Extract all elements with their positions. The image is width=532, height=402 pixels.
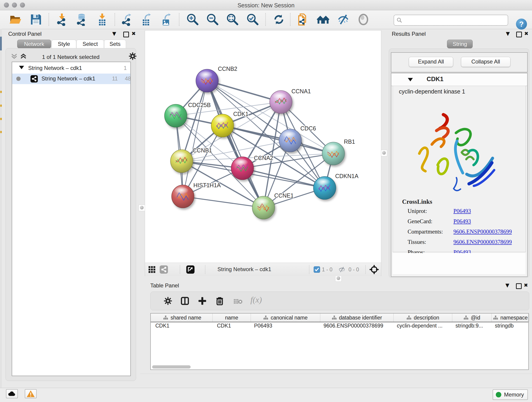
table-cell[interactable]: 9606.ENSP00000378699 <box>323 323 392 331</box>
birdseye-view-icon[interactable] <box>148 266 156 273</box>
network-node-CCNB1[interactable] <box>171 150 193 172</box>
detach-view-icon[interactable] <box>186 265 195 274</box>
delete-column-trash-icon[interactable] <box>215 296 224 306</box>
hidden-eye-icon[interactable] <box>338 266 346 274</box>
open-session-icon[interactable] <box>9 13 22 26</box>
zoom-selected-icon[interactable] <box>246 13 259 26</box>
table-cell[interactable]: P06493 <box>254 323 319 331</box>
selected-checkbox-icon[interactable] <box>314 266 320 273</box>
node-label: CDK1 <box>233 111 249 117</box>
network-node-CCNA1[interactable] <box>270 90 292 114</box>
table-cell[interactable]: stringdb <box>495 323 528 331</box>
network-node-RB1[interactable] <box>322 142 345 165</box>
zoom-out-icon[interactable] <box>206 13 219 26</box>
network-from-selection-icon[interactable] <box>297 13 309 26</box>
table-settings-gear-icon[interactable] <box>163 296 172 306</box>
network-node-CCNB2[interactable] <box>196 69 218 92</box>
crosslink-value[interactable]: 9606.ENSP00000378699 <box>453 239 512 245</box>
hide-icon[interactable] <box>337 13 350 26</box>
close-panel-icon[interactable]: ✖ <box>132 31 136 36</box>
tab-network[interactable]: Network <box>17 40 51 48</box>
warning-button[interactable] <box>25 389 37 398</box>
column-header-namespace[interactable]: namespace <box>492 313 529 322</box>
expand-all-button[interactable]: Expand All <box>409 57 453 67</box>
export-network-icon[interactable] <box>120 13 133 26</box>
search-input[interactable] <box>394 15 508 26</box>
help-icon[interactable]: ? <box>516 19 527 30</box>
table-panel: Table Panel ▼ ✖ f(x) shared namenamecano… <box>140 279 532 388</box>
crosslink-label: Uniprot: <box>408 208 453 214</box>
network-node-CDKN1A[interactable] <box>313 177 336 199</box>
home-icon[interactable] <box>317 13 329 26</box>
table-cell[interactable]: CDK1 <box>155 323 211 331</box>
tab-style[interactable]: Style <box>51 40 76 48</box>
column-header-database-identifier[interactable]: database identifier <box>320 313 394 322</box>
crosslink-value[interactable]: 9606.ENSP00000378699 <box>453 229 512 235</box>
column-header-@id[interactable]: @id <box>452 313 492 322</box>
zoom-fit-icon[interactable] <box>226 13 239 26</box>
section-expanded-icon[interactable] <box>408 78 413 81</box>
network-node-CDC25B[interactable] <box>165 104 187 127</box>
network-node-CDK1[interactable] <box>211 114 234 137</box>
network-edge[interactable] <box>183 81 207 196</box>
apply-layout-icon[interactable] <box>272 13 285 26</box>
gene-section-footer <box>393 253 525 274</box>
close-panel-icon[interactable]: ✖ <box>524 282 528 288</box>
network-view-toolbar: String Network – cdk1 1 - 0 0 - 0 <box>145 263 381 276</box>
save-session-icon[interactable] <box>30 13 42 26</box>
function-builder-icon: f(x) <box>250 295 262 305</box>
network-node-CCNE1[interactable] <box>252 196 275 219</box>
network-edge[interactable] <box>183 196 264 208</box>
network-row-selected[interactable]: String Network – cdk1 11 48 <box>12 74 130 84</box>
network-canvas[interactable]: CCNB2CCNA1CDC25BCDK1CDC6RB1CCNB1CCNA2CDK… <box>145 31 381 262</box>
network-badge-icon[interactable] <box>160 265 168 274</box>
float-panel-icon[interactable]: ▼ <box>112 31 116 36</box>
close-panel-icon[interactable]: ✖ <box>524 31 528 36</box>
gene-section-header[interactable]: CDK1 <box>391 73 527 86</box>
crosslink-value[interactable]: P06493 <box>453 218 471 225</box>
network-node-HIST1H1A[interactable] <box>172 185 194 208</box>
eye-icon[interactable] <box>357 13 370 26</box>
network-edge[interactable] <box>207 81 264 208</box>
network-node-CCNA2[interactable] <box>231 157 254 180</box>
export-image-icon[interactable] <box>160 13 173 26</box>
column-header-description[interactable]: description <box>394 313 452 322</box>
toolbar-separator <box>179 13 179 26</box>
crosslink-value[interactable]: P06493 <box>453 208 471 214</box>
collection-expanded-icon[interactable] <box>19 66 24 69</box>
protein-structure-image <box>409 104 500 201</box>
network-edge[interactable] <box>207 81 281 102</box>
show-columns-icon[interactable] <box>180 296 190 306</box>
crosshair-icon[interactable] <box>370 265 379 274</box>
column-header-name[interactable]: name <box>213 313 251 322</box>
maximize-panel-icon[interactable] <box>516 283 522 289</box>
network-node-CDC6[interactable] <box>279 129 302 152</box>
left-splitter-handle[interactable] <box>139 205 145 211</box>
import-network-file-icon[interactable] <box>56 13 68 26</box>
import-table-file-icon[interactable] <box>96 13 109 26</box>
zoom-in-icon[interactable] <box>186 13 199 26</box>
table-cell[interactable]: stringdb:9... <box>456 323 490 331</box>
network-edge[interactable] <box>222 126 333 153</box>
export-table-icon[interactable] <box>140 13 153 26</box>
tab-sets[interactable]: Sets <box>104 40 126 48</box>
tab-select[interactable]: Select <box>76 40 104 48</box>
create-column-plus-icon[interactable] <box>198 296 207 306</box>
table-cell[interactable]: cyclin-dependent ... <box>397 323 451 331</box>
maximize-panel-icon[interactable] <box>516 32 522 37</box>
search-field[interactable] <box>404 16 506 24</box>
network-collection-row[interactable]: String Network – cdk1 1 <box>12 63 130 74</box>
table-cell[interactable]: CDK1 <box>217 323 251 331</box>
float-panel-icon[interactable]: ▼ <box>506 31 510 36</box>
collapse-all-button[interactable]: Collapse All <box>461 57 510 67</box>
import-network-database-icon[interactable] <box>75 13 88 26</box>
float-panel-icon[interactable]: ▼ <box>505 282 509 288</box>
column-header-shared-name[interactable]: shared name <box>152 313 213 322</box>
memory-button[interactable]: Memory <box>493 389 528 400</box>
column-header-canonical-name[interactable]: canonical name <box>251 313 320 322</box>
tab-string[interactable]: String <box>447 40 473 48</box>
horizontal-scrollbar[interactable] <box>152 365 191 369</box>
cloud-button[interactable] <box>6 389 18 398</box>
maximize-panel-icon[interactable] <box>123 32 129 37</box>
network-options-gear-icon[interactable] <box>128 52 137 60</box>
